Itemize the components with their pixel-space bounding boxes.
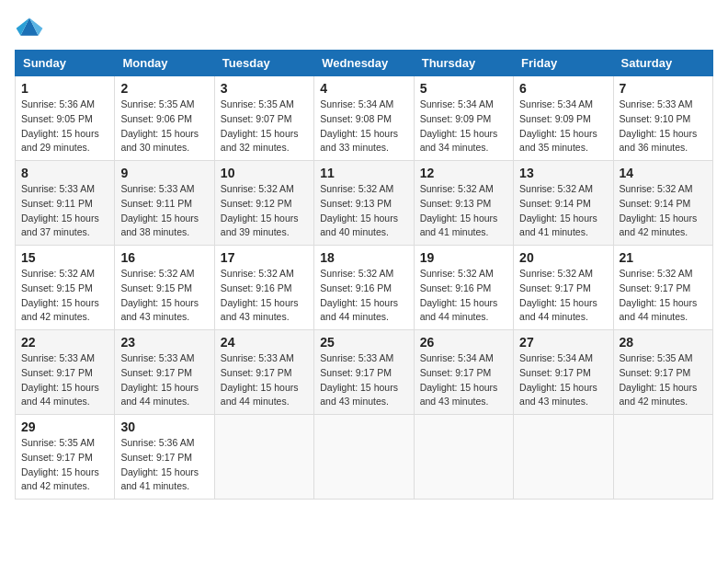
- calendar-week-3: 15Sunrise: 5:32 AMSunset: 9:15 PMDayligh…: [16, 246, 713, 330]
- calendar-cell: [414, 415, 513, 500]
- calendar-header-row: SundayMondayTuesdayWednesdayThursdayFrid…: [16, 51, 713, 76]
- day-info: Sunrise: 5:32 AMSunset: 9:12 PMDaylight:…: [221, 183, 299, 237]
- calendar-cell: 3Sunrise: 5:35 AMSunset: 9:07 PMDaylight…: [214, 76, 313, 161]
- calendar-cell: [514, 415, 613, 500]
- day-number: 21: [620, 250, 707, 265]
- calendar-cell: 27Sunrise: 5:34 AMSunset: 9:17 PMDayligh…: [514, 330, 613, 415]
- day-number: 16: [120, 250, 208, 265]
- day-info: Sunrise: 5:33 AMSunset: 9:17 PMDaylight:…: [320, 352, 398, 407]
- day-info: Sunrise: 5:35 AMSunset: 9:17 PMDaylight:…: [620, 352, 698, 407]
- day-info: Sunrise: 5:33 AMSunset: 9:17 PMDaylight:…: [21, 352, 99, 407]
- calendar-week-4: 22Sunrise: 5:33 AMSunset: 9:17 PMDayligh…: [16, 330, 713, 415]
- day-info: Sunrise: 5:32 AMSunset: 9:16 PMDaylight:…: [420, 268, 498, 322]
- day-info: Sunrise: 5:32 AMSunset: 9:15 PMDaylight:…: [120, 268, 199, 322]
- calendar-cell: 23Sunrise: 5:33 AMSunset: 9:17 PMDayligh…: [115, 330, 214, 415]
- calendar-cell: [314, 415, 414, 500]
- header-wednesday: Wednesday: [314, 51, 414, 76]
- day-info: Sunrise: 5:33 AMSunset: 9:11 PMDaylight:…: [21, 183, 99, 237]
- calendar-cell: 1Sunrise: 5:36 AMSunset: 9:05 PMDaylight…: [16, 76, 115, 161]
- day-info: Sunrise: 5:32 AMSunset: 9:13 PMDaylight:…: [320, 183, 398, 237]
- day-info: Sunrise: 5:32 AMSunset: 9:16 PMDaylight:…: [320, 268, 398, 322]
- calendar-cell: 25Sunrise: 5:33 AMSunset: 9:17 PMDayligh…: [314, 330, 414, 415]
- calendar-cell: 20Sunrise: 5:32 AMSunset: 9:17 PMDayligh…: [514, 246, 613, 330]
- day-info: Sunrise: 5:35 AMSunset: 9:17 PMDaylight:…: [21, 437, 99, 491]
- day-info: Sunrise: 5:34 AMSunset: 9:08 PMDaylight:…: [320, 98, 398, 153]
- day-info: Sunrise: 5:35 AMSunset: 9:07 PMDaylight:…: [221, 98, 299, 153]
- calendar-cell: 9Sunrise: 5:33 AMSunset: 9:11 PMDaylight…: [115, 161, 214, 246]
- day-info: Sunrise: 5:36 AMSunset: 9:05 PMDaylight:…: [21, 98, 99, 153]
- day-info: Sunrise: 5:34 AMSunset: 9:17 PMDaylight:…: [519, 352, 597, 407]
- calendar-cell: [214, 415, 313, 500]
- day-info: Sunrise: 5:32 AMSunset: 9:17 PMDaylight:…: [620, 268, 698, 322]
- page-header: [15, 15, 713, 40]
- calendar-cell: 13Sunrise: 5:32 AMSunset: 9:14 PMDayligh…: [514, 161, 613, 246]
- day-number: 14: [620, 166, 707, 180]
- day-info: Sunrise: 5:32 AMSunset: 9:17 PMDaylight:…: [519, 268, 597, 322]
- day-number: 2: [120, 81, 208, 96]
- day-info: Sunrise: 5:33 AMSunset: 9:17 PMDaylight:…: [120, 352, 199, 407]
- header-sunday: Sunday: [16, 51, 115, 76]
- calendar-cell: 16Sunrise: 5:32 AMSunset: 9:15 PMDayligh…: [115, 246, 214, 330]
- calendar-cell: 29Sunrise: 5:35 AMSunset: 9:17 PMDayligh…: [16, 415, 115, 500]
- day-number: 29: [21, 419, 108, 434]
- day-number: 11: [320, 166, 407, 180]
- day-info: Sunrise: 5:34 AMSunset: 9:09 PMDaylight:…: [519, 98, 597, 153]
- calendar-cell: 22Sunrise: 5:33 AMSunset: 9:17 PMDayligh…: [16, 330, 115, 415]
- day-info: Sunrise: 5:34 AMSunset: 9:17 PMDaylight:…: [420, 352, 498, 407]
- calendar-cell: 18Sunrise: 5:32 AMSunset: 9:16 PMDayligh…: [314, 246, 414, 330]
- calendar-cell: 10Sunrise: 5:32 AMSunset: 9:12 PMDayligh…: [214, 161, 313, 246]
- calendar-cell: 30Sunrise: 5:36 AMSunset: 9:17 PMDayligh…: [115, 415, 214, 500]
- calendar-cell: 2Sunrise: 5:35 AMSunset: 9:06 PMDaylight…: [115, 76, 214, 161]
- day-number: 22: [21, 335, 108, 350]
- day-number: 13: [519, 166, 607, 180]
- day-number: 26: [420, 335, 507, 350]
- day-number: 9: [120, 166, 208, 180]
- day-info: Sunrise: 5:33 AMSunset: 9:17 PMDaylight:…: [221, 352, 299, 407]
- calendar-cell: 12Sunrise: 5:32 AMSunset: 9:13 PMDayligh…: [414, 161, 513, 246]
- day-number: 7: [620, 81, 707, 96]
- calendar-cell: 17Sunrise: 5:32 AMSunset: 9:16 PMDayligh…: [214, 246, 313, 330]
- day-number: 18: [320, 250, 407, 265]
- logo: [15, 15, 48, 40]
- header-saturday: Saturday: [613, 51, 712, 76]
- calendar-cell: 15Sunrise: 5:32 AMSunset: 9:15 PMDayligh…: [16, 246, 115, 330]
- header-tuesday: Tuesday: [214, 51, 313, 76]
- calendar-cell: 26Sunrise: 5:34 AMSunset: 9:17 PMDayligh…: [414, 330, 513, 415]
- logo-icon: [15, 15, 44, 40]
- calendar-cell: 4Sunrise: 5:34 AMSunset: 9:08 PMDaylight…: [314, 76, 414, 161]
- day-info: Sunrise: 5:35 AMSunset: 9:06 PMDaylight:…: [120, 98, 199, 153]
- day-number: 15: [21, 250, 108, 265]
- day-number: 12: [420, 166, 507, 180]
- day-number: 28: [620, 335, 707, 350]
- day-number: 19: [420, 250, 507, 265]
- calendar-cell: 24Sunrise: 5:33 AMSunset: 9:17 PMDayligh…: [214, 330, 313, 415]
- calendar-cell: 28Sunrise: 5:35 AMSunset: 9:17 PMDayligh…: [613, 330, 712, 415]
- day-number: 5: [420, 81, 507, 96]
- calendar-cell: 5Sunrise: 5:34 AMSunset: 9:09 PMDaylight…: [414, 76, 513, 161]
- day-number: 6: [519, 81, 607, 96]
- calendar-cell: 14Sunrise: 5:32 AMSunset: 9:14 PMDayligh…: [613, 161, 712, 246]
- day-number: 4: [320, 81, 407, 96]
- day-number: 25: [320, 335, 407, 350]
- calendar-cell: 7Sunrise: 5:33 AMSunset: 9:10 PMDaylight…: [613, 76, 712, 161]
- calendar-table: SundayMondayTuesdayWednesdayThursdayFrid…: [15, 50, 713, 500]
- calendar-cell: 8Sunrise: 5:33 AMSunset: 9:11 PMDaylight…: [16, 161, 115, 246]
- day-number: 3: [221, 81, 308, 96]
- header-friday: Friday: [514, 51, 613, 76]
- day-number: 17: [221, 250, 308, 265]
- day-number: 1: [21, 81, 108, 96]
- day-info: Sunrise: 5:33 AMSunset: 9:10 PMDaylight:…: [620, 98, 698, 153]
- header-monday: Monday: [115, 51, 214, 76]
- day-number: 24: [221, 335, 308, 350]
- calendar-week-2: 8Sunrise: 5:33 AMSunset: 9:11 PMDaylight…: [16, 161, 713, 246]
- header-thursday: Thursday: [414, 51, 513, 76]
- day-info: Sunrise: 5:32 AMSunset: 9:14 PMDaylight:…: [620, 183, 698, 237]
- calendar-week-1: 1Sunrise: 5:36 AMSunset: 9:05 PMDaylight…: [16, 76, 713, 161]
- day-number: 30: [120, 419, 208, 434]
- day-number: 20: [519, 250, 607, 265]
- day-info: Sunrise: 5:32 AMSunset: 9:16 PMDaylight:…: [221, 268, 299, 322]
- day-number: 8: [21, 166, 108, 180]
- calendar-cell: 21Sunrise: 5:32 AMSunset: 9:17 PMDayligh…: [613, 246, 712, 330]
- day-number: 23: [120, 335, 208, 350]
- day-info: Sunrise: 5:32 AMSunset: 9:14 PMDaylight:…: [519, 183, 597, 237]
